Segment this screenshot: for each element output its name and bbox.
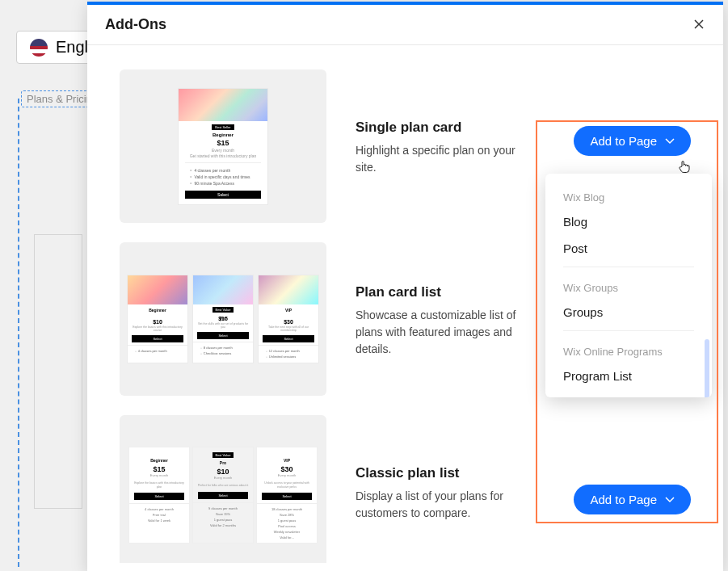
addon-info: Single plan card Highlight a specific pl… — [356, 69, 545, 176]
preview-plan-list: Beginner $10 Explore the basics with thi… — [120, 242, 326, 396]
addon-info: Classic plan list Display a list of your… — [356, 415, 545, 522]
dropdown-item-blog[interactable]: Blog — [545, 208, 712, 235]
close-button[interactable] — [692, 17, 705, 33]
language-label: Engl — [56, 38, 88, 57]
dropdown-item-program-list[interactable]: Program List — [545, 363, 712, 389]
addon-row-classic-list: Beginner $15 Every month Explore the bas… — [120, 415, 691, 563]
button-label: Add to Page — [590, 134, 657, 148]
dropdown-scrollbar[interactable] — [705, 339, 709, 397]
dropdown-section-label: Wix Blog — [545, 182, 712, 208]
dropdown-divider — [563, 330, 694, 331]
add-to-page-button[interactable]: Add to Page — [574, 485, 691, 514]
mini-card: Best Seller Beginner $15 Every month Get… — [178, 88, 268, 205]
addon-cta: Add to Page — [574, 415, 691, 514]
chevron-down-icon — [665, 138, 675, 145]
dropdown-section-label: Wix Online Programs — [545, 336, 712, 363]
chevron-down-icon — [665, 497, 675, 503]
close-icon — [692, 18, 705, 31]
add-to-page-dropdown: Wix Blog Blog Post Wix Groups Groups Wix… — [545, 174, 712, 397]
addon-description: Highlight a specific plan on your site. — [356, 142, 525, 176]
dropdown-section-label: Wix Groups — [545, 272, 712, 299]
addon-description: Display a list of your plans for custome… — [356, 488, 525, 522]
dropdown-item-post[interactable]: Post — [545, 235, 712, 262]
guide-line — [18, 99, 19, 567]
placeholder-box — [34, 234, 82, 509]
addon-cta: Add to Page — [574, 69, 691, 156]
classic-card-list: Beginner $15 Every month Explore the bas… — [128, 447, 318, 543]
mini-card-list: Beginner $10 Explore the basics with thi… — [127, 275, 319, 363]
preview-classic-list: Beginner $15 Every month Explore the bas… — [120, 415, 326, 563]
modal-title: Add-Ons — [105, 16, 166, 33]
dropdown-item-groups[interactable]: Groups — [545, 299, 712, 325]
button-label: Add to Page — [590, 493, 657, 506]
add-to-page-button[interactable]: Add to Page — [574, 126, 691, 156]
modal-header: Add-Ons — [87, 5, 723, 45]
addon-title: Single plan card — [356, 120, 545, 136]
dropdown-divider — [563, 267, 694, 267]
flag-icon — [30, 39, 48, 57]
addon-description: Showcase a customizable list of plans wi… — [356, 307, 525, 358]
addon-title: Classic plan list — [356, 465, 545, 481]
preview-single-plan: Best Seller Beginner $15 Every month Get… — [120, 69, 326, 223]
